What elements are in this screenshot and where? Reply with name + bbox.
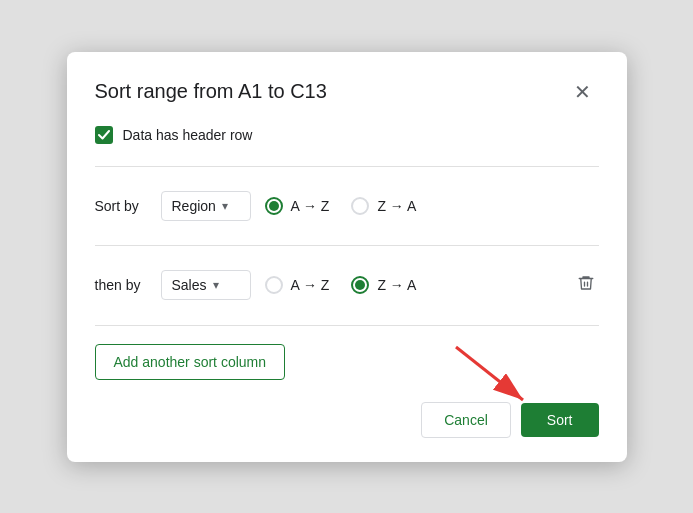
then-by-column-value: Sales bbox=[172, 277, 207, 293]
sort-by-row: Sort by Region ▾ A → Z Z → A bbox=[95, 181, 599, 231]
dropdown-arrow-icon: ▾ bbox=[222, 199, 228, 213]
dialog-title: Sort range from A1 to C13 bbox=[95, 80, 327, 103]
sort-by-az-option[interactable]: A → Z bbox=[265, 197, 330, 215]
header-row-check: Data has header row bbox=[95, 126, 599, 144]
sort-by-az-label: A → Z bbox=[291, 198, 330, 214]
sort-by-order-group: A → Z Z → A bbox=[265, 197, 599, 215]
then-by-za-radio-inner bbox=[355, 280, 365, 290]
delete-sort-row-button[interactable] bbox=[573, 270, 599, 301]
then-by-az-option[interactable]: A → Z bbox=[265, 276, 330, 294]
then-by-az-label: A → Z bbox=[291, 277, 330, 293]
divider-3 bbox=[95, 325, 599, 326]
then-by-row: then by Sales ▾ A → Z Z → A bbox=[95, 260, 599, 311]
header-row-checkbox[interactable] bbox=[95, 126, 113, 144]
sort-by-az-radio-inner bbox=[269, 201, 279, 211]
sort-by-az-radio[interactable] bbox=[265, 197, 283, 215]
sort-by-column-value: Region bbox=[172, 198, 216, 214]
sort-button[interactable]: Sort bbox=[521, 403, 599, 437]
add-sort-column-button[interactable]: Add another sort column bbox=[95, 344, 286, 380]
then-by-label: then by bbox=[95, 277, 147, 293]
sort-by-za-option[interactable]: Z → A bbox=[351, 197, 416, 215]
close-button[interactable]: ✕ bbox=[567, 76, 599, 108]
divider-2 bbox=[95, 245, 599, 246]
sort-by-za-label: Z → A bbox=[377, 198, 416, 214]
sort-dialog: Sort range from A1 to C13 ✕ Data has hea… bbox=[67, 52, 627, 462]
dropdown-arrow-2-icon: ▾ bbox=[213, 278, 219, 292]
sort-by-za-radio[interactable] bbox=[351, 197, 369, 215]
dialog-header: Sort range from A1 to C13 ✕ bbox=[95, 76, 599, 108]
close-icon: ✕ bbox=[574, 80, 591, 104]
divider-1 bbox=[95, 166, 599, 167]
svg-line-1 bbox=[456, 347, 523, 400]
checkmark-icon bbox=[98, 130, 110, 140]
dialog-footer: Cancel Sort bbox=[95, 402, 599, 438]
then-by-az-radio[interactable] bbox=[265, 276, 283, 294]
header-row-label: Data has header row bbox=[123, 127, 253, 143]
sort-by-label: Sort by bbox=[95, 198, 147, 214]
then-by-za-label: Z → A bbox=[377, 277, 416, 293]
then-by-za-option[interactable]: Z → A bbox=[351, 276, 416, 294]
cancel-button[interactable]: Cancel bbox=[421, 402, 511, 438]
sort-by-dropdown[interactable]: Region ▾ bbox=[161, 191, 251, 221]
then-by-za-radio[interactable] bbox=[351, 276, 369, 294]
then-by-order-group: A → Z Z → A bbox=[265, 276, 559, 294]
trash-icon bbox=[577, 274, 595, 292]
then-by-dropdown[interactable]: Sales ▾ bbox=[161, 270, 251, 300]
